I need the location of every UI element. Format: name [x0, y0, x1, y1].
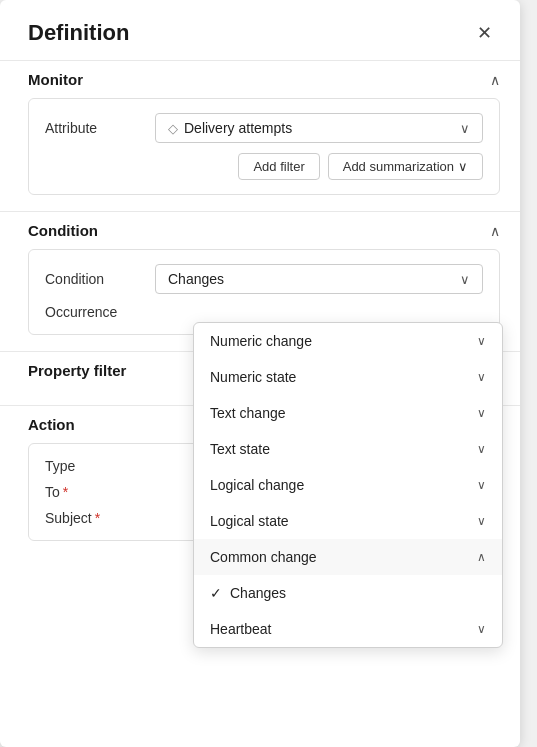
add-summarization-button[interactable]: Add summarization ∨ — [328, 153, 483, 180]
add-summarization-label: Add summarization — [343, 159, 454, 174]
close-button[interactable]: ✕ — [469, 18, 500, 48]
attribute-label: Attribute — [45, 120, 155, 136]
heartbeat-chevron-icon: ∨ — [477, 622, 486, 636]
logical-state-chevron-icon: ∨ — [477, 514, 486, 528]
to-label: To* — [45, 484, 155, 500]
attribute-chevron-icon: ∨ — [460, 121, 470, 136]
definition-panel: Definition ✕ Monitor ∧ Attribute ◇ Deliv… — [0, 0, 520, 747]
dropdown-item-text-change-label: Text change — [210, 405, 286, 421]
common-change-chevron-icon: ∧ — [477, 550, 486, 564]
monitor-card: Attribute ◇ Delivery attempts ∨ Add filt… — [28, 98, 500, 195]
attribute-icon: ◇ — [168, 121, 178, 136]
dropdown-item-logical-change[interactable]: Logical change ∨ — [194, 467, 502, 503]
dropdown-item-logical-change-label: Logical change — [210, 477, 304, 493]
condition-select[interactable]: Changes ∨ — [155, 264, 483, 294]
monitor-section: Monitor ∧ Attribute ◇ Delivery attempts … — [0, 61, 520, 211]
condition-label: Condition — [45, 271, 155, 287]
dropdown-item-heartbeat-label: Heartbeat — [210, 621, 271, 637]
dropdown-item-logical-state-label: Logical state — [210, 513, 289, 529]
dropdown-item-numeric-state[interactable]: Numeric state ∨ — [194, 359, 502, 395]
condition-select-chevron-icon: ∨ — [460, 272, 470, 287]
condition-chevron-icon: ∧ — [490, 223, 500, 239]
logical-change-chevron-icon: ∨ — [477, 478, 486, 492]
dropdown-item-numeric-state-label: Numeric state — [210, 369, 296, 385]
dropdown-item-changes-label: Changes — [230, 585, 286, 601]
monitor-chevron-icon: ∧ — [490, 72, 500, 88]
type-label: Type — [45, 458, 155, 474]
dropdown-item-text-state-label: Text state — [210, 441, 270, 457]
numeric-state-chevron-icon: ∨ — [477, 370, 486, 384]
subject-required: * — [95, 510, 100, 526]
monitor-actions: Add filter Add summarization ∨ — [45, 153, 483, 180]
dropdown-item-numeric-change[interactable]: Numeric change ∨ — [194, 323, 502, 359]
condition-section-title: Condition — [28, 222, 98, 239]
attribute-row: Attribute ◇ Delivery attempts ∨ — [45, 113, 483, 143]
dropdown-item-logical-state[interactable]: Logical state ∨ — [194, 503, 502, 539]
monitor-section-title: Monitor — [28, 71, 83, 88]
attribute-select[interactable]: ◇ Delivery attempts ∨ — [155, 113, 483, 143]
numeric-change-chevron-icon: ∨ — [477, 334, 486, 348]
condition-value: Changes — [168, 271, 224, 287]
condition-dropdown: Numeric change ∨ Numeric state ∨ Text ch… — [193, 322, 503, 648]
to-required: * — [63, 484, 68, 500]
occurrence-label: Occurrence — [45, 304, 155, 320]
text-change-chevron-icon: ∨ — [477, 406, 486, 420]
dropdown-item-heartbeat[interactable]: Heartbeat ∨ — [194, 611, 502, 647]
occurrence-row: Occurrence — [45, 304, 483, 320]
condition-section-header[interactable]: Condition ∧ — [28, 212, 500, 249]
dropdown-item-text-state[interactable]: Text state ∨ — [194, 431, 502, 467]
dropdown-item-common-change-label: Common change — [210, 549, 317, 565]
action-label: Action — [28, 416, 75, 433]
changes-check-icon: ✓ — [210, 585, 222, 601]
add-summarization-chevron-icon: ∨ — [458, 159, 468, 174]
panel-header: Definition ✕ — [0, 0, 520, 60]
attribute-value: Delivery attempts — [184, 120, 292, 136]
dropdown-item-text-change[interactable]: Text change ∨ — [194, 395, 502, 431]
condition-row: Condition Changes ∨ — [45, 264, 483, 294]
dropdown-item-numeric-change-label: Numeric change — [210, 333, 312, 349]
add-filter-button[interactable]: Add filter — [238, 153, 319, 180]
panel-title: Definition — [28, 20, 129, 46]
dropdown-item-common-change[interactable]: Common change ∧ — [194, 539, 502, 575]
subject-label: Subject* — [45, 510, 155, 526]
property-filter-label: Property filter — [28, 362, 126, 379]
text-state-chevron-icon: ∨ — [477, 442, 486, 456]
dropdown-item-changes[interactable]: ✓ Changes — [194, 575, 502, 611]
monitor-section-header[interactable]: Monitor ∧ — [28, 61, 500, 98]
